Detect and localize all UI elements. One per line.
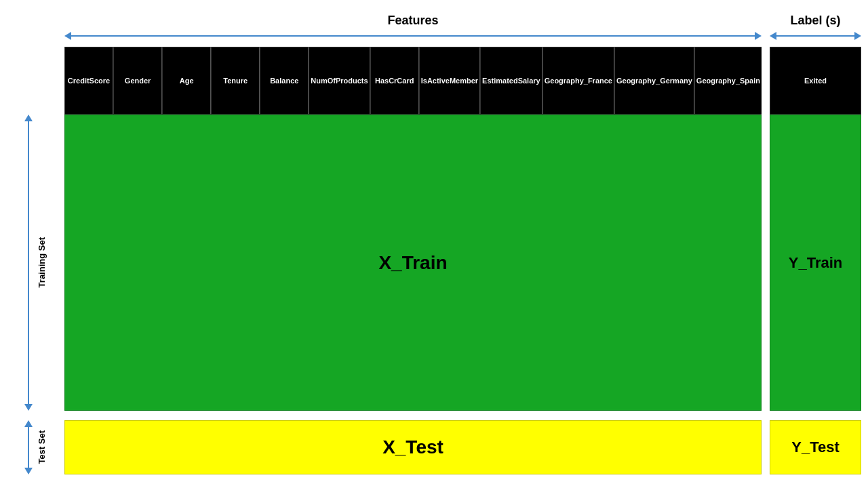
x-test-label: X_Test xyxy=(382,436,443,458)
column-headers-section: CreditScoreGenderAgeTenureBalanceNumOfPr… xyxy=(7,47,861,115)
header-geography-germany: Geography_Germany xyxy=(614,47,694,115)
features-arrow-container: Features xyxy=(64,14,762,41)
features-label: Features xyxy=(387,14,438,28)
header-tenure: Tenure xyxy=(211,47,260,115)
y-train-cell: Y_Train xyxy=(770,115,861,411)
header-credit-score: CreditScore xyxy=(64,47,113,115)
test-arrow-down xyxy=(24,468,33,474)
header-has-cr-card: HasCrCard xyxy=(370,47,419,115)
row-label-spacer xyxy=(7,47,64,115)
training-label-wrapper: Training Set xyxy=(7,115,64,411)
label-arrow-right-head xyxy=(854,32,861,40)
features-arrow xyxy=(64,30,762,41)
header-gender: Gender xyxy=(113,47,162,115)
x-train-label: X_Train xyxy=(378,252,447,274)
data-rows: Training Set X_Train Y_Train Test Set xyxy=(7,115,861,474)
training-row: Training Set X_Train Y_Train xyxy=(7,115,861,411)
y-test-cell: Y_Test xyxy=(770,420,861,474)
header-balance: Balance xyxy=(260,47,309,115)
label-arrow-container: Label (s) xyxy=(770,14,861,41)
y-train-label: Y_Train xyxy=(789,254,842,272)
main-container: Features Label (s) CreditScoreGenderAgeT… xyxy=(0,0,868,488)
header-geography-france: Geography_France xyxy=(542,47,614,115)
header-age: Age xyxy=(162,47,211,115)
x-train-cell: X_Train xyxy=(64,115,762,411)
training-arrow-up xyxy=(24,115,33,121)
header-num-of-products: NumOfProducts xyxy=(309,47,370,115)
label-column-header: Exited xyxy=(770,47,861,115)
test-row: Test Set X_Test Y_Test xyxy=(7,420,861,474)
arrow-row: Features Label (s) xyxy=(7,14,861,41)
header-estimated-salary: EstimatedSalary xyxy=(480,47,542,115)
label-arrow xyxy=(770,30,861,41)
features-arrow-right-head xyxy=(755,32,762,40)
exited-header: Exited xyxy=(770,47,861,115)
feature-headers: CreditScoreGenderAgeTenureBalanceNumOfPr… xyxy=(64,47,762,115)
test-label-wrapper: Test Set xyxy=(7,420,64,474)
header-geography-spain: Geography_Spain xyxy=(694,47,762,115)
label-s-label: Label (s) xyxy=(790,14,840,28)
header-is-active-member: IsActiveMember xyxy=(419,47,480,115)
x-test-cell: X_Test xyxy=(64,420,762,474)
training-set-label: Training Set xyxy=(37,237,47,287)
y-test-label: Y_Test xyxy=(791,439,840,456)
test-arrow-up xyxy=(24,420,33,427)
test-set-label: Test Set xyxy=(37,430,47,464)
training-arrow-down xyxy=(24,404,33,411)
